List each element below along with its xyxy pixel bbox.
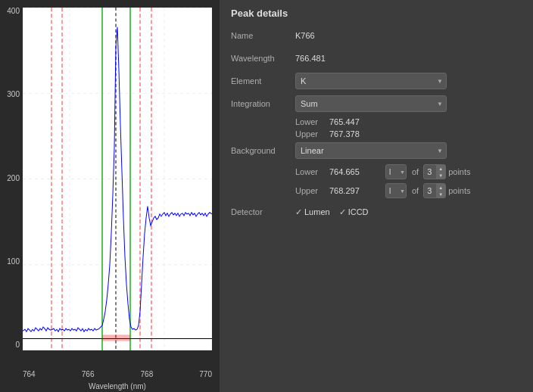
lower-points-label: points — [448, 167, 470, 176]
name-row: Name K766 — [231, 26, 522, 45]
lower-int-value: 765.447 — [329, 117, 379, 126]
upper-bg-value: 768.297 — [329, 186, 382, 195]
y-axis: 400 300 200 100 0 — [0, 8, 23, 350]
x-label-768: 768 — [141, 370, 154, 378]
lower-bg-row: Lower 764.665 l r l+r of ▲ ▼ points — [231, 164, 522, 179]
upper-mini-dropdown[interactable]: l r l+r — [385, 183, 407, 198]
upper-bg-label: Upper — [295, 186, 329, 195]
chart-container — [23, 8, 212, 350]
y-label-0: 0 — [15, 341, 20, 349]
svg-rect-19 — [102, 334, 130, 341]
upper-points-wrap[interactable]: ▲ ▼ — [423, 183, 446, 198]
iccd-label: ICCD — [348, 207, 369, 216]
element-dropdown[interactable]: K Ca Na Mg Fe — [295, 73, 447, 89]
lower-spin-down[interactable]: ▼ — [436, 172, 445, 179]
integration-dropdown-wrapper[interactable]: Sum Max Average — [295, 95, 447, 112]
background-label: Background — [231, 146, 295, 155]
y-label-200: 200 — [7, 175, 20, 182]
lower-integration-row: Lower 765.447 — [231, 117, 522, 126]
lower-bg-value: 764.665 — [329, 167, 382, 176]
iccd-check-item[interactable]: ✓ ICCD — [339, 207, 369, 217]
upper-spin-up[interactable]: ▲ — [436, 184, 445, 191]
wavelength-value: 766.481 — [295, 54, 326, 63]
y-label-400: 400 — [7, 8, 20, 15]
background-dropdown-wrapper[interactable]: Linear Constant None — [295, 142, 447, 159]
chart-svg — [23, 8, 212, 350]
detector-label: Detector — [231, 207, 295, 216]
y-label-100: 100 — [7, 258, 20, 266]
wavelength-row: Wavelength 766.481 — [231, 49, 522, 67]
lumen-check-item[interactable]: ✓ Lumen — [295, 207, 330, 217]
lower-spin-up[interactable]: ▲ — [436, 165, 445, 172]
x-axis: 764 766 768 770 — [23, 370, 212, 378]
background-row: Background Linear Constant None — [231, 142, 522, 160]
upper-int-value: 767.378 — [329, 129, 379, 138]
lumen-label: Lumen — [304, 207, 330, 216]
chart-panel: 400 300 200 100 0 — [0, 0, 220, 392]
lower-points-wrap[interactable]: ▲ ▼ — [423, 164, 446, 179]
element-dropdown-wrapper[interactable]: K Ca Na Mg Fe — [295, 73, 447, 89]
lower-bg-label: Lower — [295, 167, 329, 176]
lower-mini-dropdown-wrapper[interactable]: l r l+r — [385, 164, 407, 179]
upper-of-text: of — [412, 186, 419, 195]
upper-points-label: points — [448, 186, 470, 195]
background-dropdown[interactable]: Linear Constant None — [295, 142, 447, 159]
iccd-checkmark: ✓ — [339, 207, 346, 217]
integration-dropdown[interactable]: Sum Max Average — [295, 95, 447, 112]
upper-mini-dropdown-wrapper[interactable]: l r l+r — [385, 183, 407, 198]
lumen-checkmark: ✓ — [295, 207, 302, 217]
upper-bg-row: Upper 768.297 l r l+r of ▲ ▼ points — [231, 183, 522, 198]
element-row: Element K Ca Na Mg Fe — [231, 72, 522, 90]
lower-spin-buttons[interactable]: ▲ ▼ — [436, 165, 445, 179]
upper-int-label: Upper — [295, 129, 329, 138]
right-panel: Peak details Name K766 Wavelength 766.48… — [220, 0, 533, 392]
y-label-300: 300 — [7, 91, 20, 98]
name-label: Name — [231, 31, 295, 40]
name-value: K766 — [295, 31, 315, 40]
detector-row: Detector ✓ Lumen ✓ ICCD — [231, 203, 522, 221]
lower-mini-dropdown[interactable]: l r l+r — [385, 164, 407, 179]
upper-integration-row: Upper 767.378 — [231, 129, 522, 138]
lower-of-text: of — [412, 167, 419, 176]
x-label-764: 764 — [23, 370, 36, 378]
x-axis-title: Wavelength (nm) — [23, 382, 212, 390]
integration-row: Integration Sum Max Average — [231, 95, 522, 113]
wavelength-label: Wavelength — [231, 54, 295, 63]
integration-label: Integration — [231, 99, 295, 108]
lower-int-label: Lower — [295, 117, 329, 126]
upper-spin-down[interactable]: ▼ — [436, 191, 445, 198]
upper-spin-buttons[interactable]: ▲ ▼ — [436, 184, 445, 198]
x-label-766: 766 — [82, 370, 95, 378]
panel-title: Peak details — [231, 8, 522, 19]
element-label: Element — [231, 76, 295, 86]
x-label-770: 770 — [199, 370, 212, 378]
